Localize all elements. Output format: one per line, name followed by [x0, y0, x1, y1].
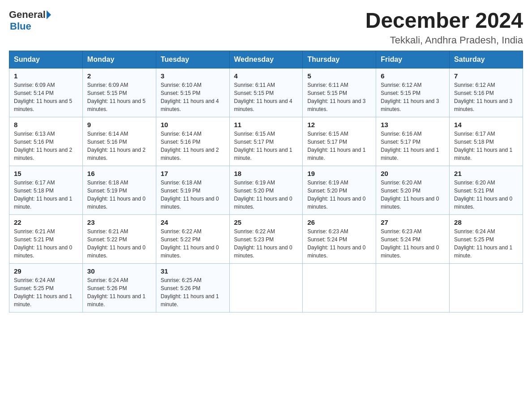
day-info: Sunrise: 6:14 AMSunset: 5:16 PMDaylight:… — [161, 130, 225, 162]
day-info: Sunrise: 6:17 AMSunset: 5:18 PMDaylight:… — [14, 179, 78, 211]
day-number: 22 — [14, 218, 78, 226]
calendar-week-row: 15Sunrise: 6:17 AMSunset: 5:18 PMDayligh… — [9, 166, 523, 214]
day-number: 20 — [381, 170, 445, 177]
location-title: Tekkali, Andhra Pradesh, India — [365, 34, 523, 46]
calendar-cell: 15Sunrise: 6:17 AMSunset: 5:18 PMDayligh… — [9, 166, 83, 214]
day-info: Sunrise: 6:13 AMSunset: 5:16 PMDaylight:… — [14, 130, 78, 162]
day-info: Sunrise: 6:12 AMSunset: 5:15 PMDaylight:… — [381, 81, 445, 113]
calendar-cell: 5Sunrise: 6:11 AMSunset: 5:15 PMDaylight… — [303, 68, 376, 117]
calendar-cell: 18Sunrise: 6:19 AMSunset: 5:20 PMDayligh… — [229, 166, 303, 214]
day-number: 28 — [454, 218, 518, 226]
day-info: Sunrise: 6:11 AMSunset: 5:15 PMDaylight:… — [307, 81, 371, 113]
logo: General Blue — [9, 9, 52, 32]
calendar-cell: 17Sunrise: 6:18 AMSunset: 5:19 PMDayligh… — [156, 166, 229, 214]
calendar-header-row: SundayMondayTuesdayWednesdayThursdayFrid… — [9, 51, 523, 68]
calendar-cell: 9Sunrise: 6:14 AMSunset: 5:16 PMDaylight… — [82, 117, 156, 166]
day-info: Sunrise: 6:24 AMSunset: 5:25 PMDaylight:… — [454, 227, 518, 260]
day-info: Sunrise: 6:19 AMSunset: 5:20 PMDaylight:… — [307, 179, 371, 211]
calendar-cell: 20Sunrise: 6:20 AMSunset: 5:20 PMDayligh… — [376, 166, 450, 214]
day-info: Sunrise: 6:15 AMSunset: 5:17 PMDaylight:… — [234, 130, 298, 162]
day-number: 27 — [381, 218, 445, 226]
calendar-cell — [229, 263, 303, 312]
day-info: Sunrise: 6:25 AMSunset: 5:26 PMDaylight:… — [161, 276, 225, 308]
day-number: 31 — [161, 267, 225, 275]
logo-arrow-icon — [47, 10, 51, 19]
day-number: 11 — [234, 121, 298, 128]
day-number: 26 — [307, 218, 371, 226]
calendar-day-header: Monday — [82, 51, 156, 68]
calendar-cell — [376, 263, 450, 312]
calendar-cell: 28Sunrise: 6:24 AMSunset: 5:25 PMDayligh… — [450, 214, 523, 263]
calendar-day-header: Tuesday — [156, 51, 229, 68]
day-number: 19 — [307, 170, 371, 177]
day-number: 14 — [454, 121, 518, 128]
calendar-cell: 12Sunrise: 6:15 AMSunset: 5:17 PMDayligh… — [303, 117, 376, 166]
day-number: 29 — [14, 267, 78, 275]
day-number: 8 — [14, 121, 78, 128]
calendar-week-row: 1Sunrise: 6:09 AMSunset: 5:14 PMDaylight… — [9, 68, 523, 117]
day-info: Sunrise: 6:18 AMSunset: 5:19 PMDaylight:… — [161, 179, 225, 211]
calendar-cell: 16Sunrise: 6:18 AMSunset: 5:19 PMDayligh… — [82, 166, 156, 214]
logo-blue-text: Blue — [10, 21, 31, 32]
day-number: 15 — [14, 170, 78, 177]
calendar-cell: 30Sunrise: 6:24 AMSunset: 5:26 PMDayligh… — [82, 263, 156, 312]
calendar-cell: 7Sunrise: 6:12 AMSunset: 5:16 PMDaylight… — [450, 68, 523, 117]
day-info: Sunrise: 6:23 AMSunset: 5:24 PMDaylight:… — [381, 227, 445, 260]
day-info: Sunrise: 6:22 AMSunset: 5:22 PMDaylight:… — [161, 227, 225, 260]
calendar-cell: 24Sunrise: 6:22 AMSunset: 5:22 PMDayligh… — [156, 214, 229, 263]
day-number: 23 — [87, 218, 151, 226]
calendar-cell: 10Sunrise: 6:14 AMSunset: 5:16 PMDayligh… — [156, 117, 229, 166]
day-number: 21 — [454, 170, 518, 177]
day-info: Sunrise: 6:20 AMSunset: 5:20 PMDaylight:… — [381, 179, 445, 211]
calendar-week-row: 22Sunrise: 6:21 AMSunset: 5:21 PMDayligh… — [9, 214, 523, 263]
calendar-cell: 6Sunrise: 6:12 AMSunset: 5:15 PMDaylight… — [376, 68, 450, 117]
calendar-cell: 22Sunrise: 6:21 AMSunset: 5:21 PMDayligh… — [9, 214, 83, 263]
day-number: 2 — [87, 72, 151, 80]
calendar-cell — [450, 263, 523, 312]
day-info: Sunrise: 6:21 AMSunset: 5:21 PMDaylight:… — [14, 227, 78, 260]
day-number: 13 — [381, 121, 445, 128]
day-info: Sunrise: 6:10 AMSunset: 5:15 PMDaylight:… — [161, 81, 225, 113]
logo-general-text: General — [9, 9, 46, 21]
day-info: Sunrise: 6:24 AMSunset: 5:26 PMDaylight:… — [87, 276, 151, 308]
day-number: 3 — [161, 72, 225, 80]
calendar-cell: 27Sunrise: 6:23 AMSunset: 5:24 PMDayligh… — [376, 214, 450, 263]
calendar-day-header: Wednesday — [229, 51, 303, 68]
day-number: 18 — [234, 170, 298, 177]
day-info: Sunrise: 6:20 AMSunset: 5:21 PMDaylight:… — [454, 179, 518, 211]
day-info: Sunrise: 6:15 AMSunset: 5:17 PMDaylight:… — [307, 130, 371, 162]
day-info: Sunrise: 6:21 AMSunset: 5:22 PMDaylight:… — [87, 227, 151, 260]
title-block: December 2024 Tekkali, Andhra Pradesh, I… — [365, 9, 523, 46]
day-info: Sunrise: 6:09 AMSunset: 5:14 PMDaylight:… — [14, 81, 78, 113]
day-number: 24 — [161, 218, 225, 226]
calendar-cell: 23Sunrise: 6:21 AMSunset: 5:22 PMDayligh… — [82, 214, 156, 263]
calendar-cell: 11Sunrise: 6:15 AMSunset: 5:17 PMDayligh… — [229, 117, 303, 166]
day-number: 25 — [234, 218, 298, 226]
day-info: Sunrise: 6:09 AMSunset: 5:15 PMDaylight:… — [87, 81, 151, 113]
day-number: 1 — [14, 72, 78, 80]
calendar-cell: 19Sunrise: 6:19 AMSunset: 5:20 PMDayligh… — [303, 166, 376, 214]
day-info: Sunrise: 6:14 AMSunset: 5:16 PMDaylight:… — [87, 130, 151, 162]
day-number: 5 — [307, 72, 371, 80]
day-info: Sunrise: 6:18 AMSunset: 5:19 PMDaylight:… — [87, 179, 151, 211]
day-info: Sunrise: 6:12 AMSunset: 5:16 PMDaylight:… — [454, 81, 518, 113]
month-title: December 2024 — [365, 9, 523, 33]
calendar-cell: 21Sunrise: 6:20 AMSunset: 5:21 PMDayligh… — [450, 166, 523, 214]
calendar-day-header: Sunday — [9, 51, 83, 68]
calendar-day-header: Saturday — [450, 51, 523, 68]
calendar-cell: 8Sunrise: 6:13 AMSunset: 5:16 PMDaylight… — [9, 117, 83, 166]
day-number: 4 — [234, 72, 298, 80]
calendar-week-row: 8Sunrise: 6:13 AMSunset: 5:16 PMDaylight… — [9, 117, 523, 166]
day-number: 12 — [307, 121, 371, 128]
day-number: 16 — [87, 170, 151, 177]
day-number: 30 — [87, 267, 151, 275]
calendar-week-row: 29Sunrise: 6:24 AMSunset: 5:25 PMDayligh… — [9, 263, 523, 312]
calendar-cell: 3Sunrise: 6:10 AMSunset: 5:15 PMDaylight… — [156, 68, 229, 117]
day-info: Sunrise: 6:22 AMSunset: 5:23 PMDaylight:… — [234, 227, 298, 260]
page-header: General Blue December 2024 Tekkali, Andh… — [9, 9, 523, 46]
day-info: Sunrise: 6:16 AMSunset: 5:17 PMDaylight:… — [381, 130, 445, 162]
day-number: 7 — [454, 72, 518, 80]
day-info: Sunrise: 6:19 AMSunset: 5:20 PMDaylight:… — [234, 179, 298, 211]
calendar-cell: 31Sunrise: 6:25 AMSunset: 5:26 PMDayligh… — [156, 263, 229, 312]
calendar-cell — [303, 263, 376, 312]
